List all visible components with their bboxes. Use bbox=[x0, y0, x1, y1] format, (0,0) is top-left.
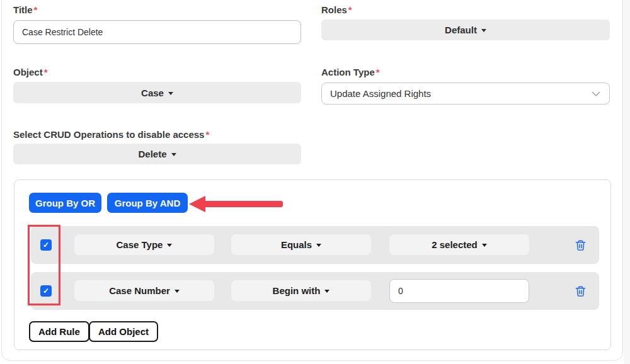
action-type-select-value: Update Assigned Rights bbox=[330, 88, 431, 99]
title-label-text: Title bbox=[13, 4, 33, 15]
action-type-label-text: Action Type bbox=[321, 67, 375, 77]
roles-label-text: Roles bbox=[321, 4, 347, 15]
rule-operator-dropdown[interactable]: Equals bbox=[231, 234, 371, 255]
caret-down-icon bbox=[481, 29, 486, 32]
add-rule-button[interactable]: Add Rule bbox=[29, 321, 89, 342]
caret-down-icon bbox=[316, 244, 321, 247]
required-asterisk: * bbox=[348, 4, 352, 15]
crud-operations-label: Select CRUD Operations to disable access… bbox=[13, 128, 209, 141]
rule-field-dropdown[interactable]: Case Number bbox=[74, 280, 214, 301]
roles-label: Roles* bbox=[321, 4, 352, 16]
action-type-label: Action Type* bbox=[321, 66, 380, 79]
action-type-select[interactable]: Update Assigned Rights bbox=[321, 82, 610, 105]
object-label: Object* bbox=[13, 66, 48, 79]
delete-rule-button[interactable] bbox=[573, 283, 588, 299]
screen: Title* Roles* Default Object* Case Actio… bbox=[0, 0, 630, 364]
chevron-down-icon bbox=[591, 89, 601, 99]
caret-down-icon bbox=[167, 244, 172, 247]
required-asterisk: * bbox=[34, 4, 38, 15]
rule-checkbox[interactable]: ✓ bbox=[40, 285, 52, 297]
trash-icon bbox=[575, 239, 587, 251]
caret-down-icon bbox=[171, 153, 176, 156]
add-object-button[interactable]: Add Object bbox=[89, 321, 158, 342]
crud-operations-dropdown-value: Delete bbox=[138, 149, 166, 159]
group-by-or-button[interactable]: Group By OR bbox=[29, 193, 101, 213]
crud-operations-dropdown[interactable]: Delete bbox=[13, 144, 301, 164]
required-asterisk: * bbox=[376, 67, 380, 77]
rules-card: Group By OR Group By AND ✓ Case Type Equ… bbox=[14, 179, 611, 350]
caret-down-icon bbox=[168, 92, 173, 95]
roles-dropdown[interactable]: Default bbox=[321, 20, 610, 40]
rule-operator-value: Begin with bbox=[273, 285, 321, 296]
checkmark-icon: ✓ bbox=[43, 287, 49, 295]
roles-dropdown-value: Default bbox=[445, 25, 477, 35]
caret-down-icon bbox=[324, 290, 329, 293]
caret-down-icon bbox=[175, 290, 180, 293]
checkmark-icon: ✓ bbox=[43, 241, 49, 249]
object-dropdown[interactable]: Case bbox=[13, 82, 301, 103]
title-input[interactable] bbox=[13, 20, 301, 44]
trash-icon bbox=[575, 285, 587, 297]
group-by-and-button[interactable]: Group By AND bbox=[107, 193, 188, 213]
rule-value-input[interactable] bbox=[389, 279, 529, 303]
rule-row: ✓ Case Number Begin with bbox=[31, 272, 599, 310]
object-label-text: Object bbox=[13, 67, 43, 77]
rule-row: ✓ Case Type Equals 2 selected bbox=[31, 226, 599, 264]
required-asterisk: * bbox=[205, 129, 209, 140]
rule-value-text: 2 selected bbox=[432, 239, 478, 250]
crud-operations-label-text: Select CRUD Operations to disable access bbox=[13, 129, 204, 140]
rule-field-value: Case Number bbox=[109, 285, 170, 296]
rule-value-dropdown[interactable]: 2 selected bbox=[389, 234, 529, 255]
annotation-arrow-icon bbox=[189, 196, 205, 212]
rule-operator-value: Equals bbox=[281, 239, 312, 250]
caret-down-icon bbox=[482, 244, 487, 247]
object-dropdown-value: Case bbox=[141, 88, 164, 98]
rule-field-value: Case Type bbox=[117, 239, 163, 250]
annotation-arrow-shaft bbox=[205, 201, 283, 207]
page-right-edge bbox=[624, 0, 630, 364]
title-label: Title* bbox=[13, 4, 37, 16]
delete-rule-button[interactable] bbox=[573, 237, 588, 253]
rule-field-dropdown[interactable]: Case Type bbox=[74, 234, 214, 255]
required-asterisk: * bbox=[44, 67, 48, 77]
rule-checkbox[interactable]: ✓ bbox=[40, 239, 52, 251]
rule-operator-dropdown[interactable]: Begin with bbox=[231, 280, 371, 301]
